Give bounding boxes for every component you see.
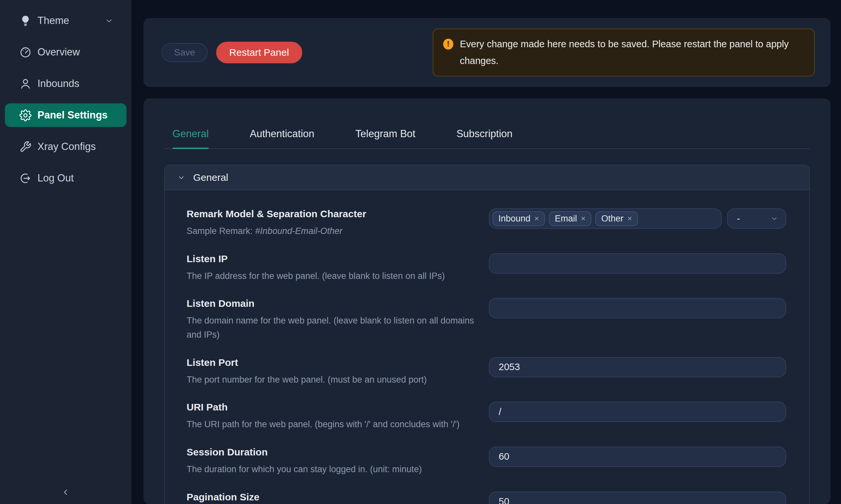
field-control: Inbound×Email×Other×- (489, 209, 786, 229)
tag-other: Other× (595, 211, 638, 226)
separator-select[interactable]: - (727, 209, 786, 229)
chevron-down-icon (105, 16, 113, 25)
field-info: Pagination Size (187, 491, 489, 503)
chevron-down-icon (770, 215, 778, 222)
logout-icon (19, 172, 32, 184)
sidebar-item-label: Theme (37, 15, 69, 26)
field-description: The port number for the web panel. (must… (187, 373, 479, 387)
gear-icon (19, 109, 32, 121)
field-label: Pagination Size (187, 491, 479, 503)
sidebar-item-label: Log Out (37, 172, 73, 184)
sidebar-item-label: Inbounds (37, 78, 80, 90)
alert-text: Every change made here needs to be saved… (460, 36, 804, 69)
settings-card: GeneralAuthenticationTelegram BotSubscri… (143, 98, 830, 504)
tag-label: Other (601, 214, 623, 224)
sidebar-item-label: Panel Settings (37, 109, 108, 121)
remove-tag-icon[interactable]: × (628, 215, 632, 222)
field-description: The duration for which you can stay logg… (187, 462, 479, 476)
actions-card: Save Restart Panel ! Every change made h… (143, 18, 830, 87)
sidebar-item-label: Overview (37, 46, 80, 58)
sidebar-item-overview[interactable]: Overview (5, 40, 126, 64)
field-info: Listen DomainThe domain name for the web… (187, 298, 489, 342)
sidebar-collapse-button[interactable] (58, 485, 73, 499)
save-button[interactable]: Save (161, 43, 208, 62)
sidebar-item-xray-configs[interactable]: Xray Configs (5, 135, 126, 159)
field-control (489, 491, 786, 504)
listen-domain-input[interactable] (489, 298, 786, 318)
main-content: Save Restart Panel ! Every change made h… (132, 0, 841, 504)
field-description: The URI path for the web panel. (begins … (187, 417, 479, 431)
tag-label: Inbound (498, 214, 531, 224)
sidebar-item-inbounds[interactable]: Inbounds (5, 72, 126, 95)
field-label: URI Path (187, 402, 479, 413)
field-label: Listen Domain (187, 298, 479, 309)
wrench-icon (19, 141, 32, 153)
separator-value: - (737, 213, 740, 224)
form-row-uri-path: URI PathThe URI path for the web panel. … (187, 402, 786, 431)
general-section: General Remark Model & Separation Charac… (164, 165, 810, 504)
form-row-listen-ip: Listen IPThe IP address for the web pane… (187, 253, 786, 283)
bulb-icon (19, 15, 32, 27)
tab-telegram-bot[interactable]: Telegram Bot (356, 128, 416, 148)
session-duration-input[interactable] (489, 447, 786, 467)
remove-tag-icon[interactable]: × (581, 215, 585, 222)
warning-icon: ! (443, 39, 453, 50)
tag-email: Email× (549, 211, 591, 226)
form-row-remark-model-separation-character: Remark Model & Separation CharacterSampl… (187, 209, 786, 238)
remark-model-select[interactable]: Inbound×Email×Other× (489, 209, 722, 229)
settings-tabs: GeneralAuthenticationTelegram BotSubscri… (164, 128, 810, 149)
field-label: Listen Port (187, 357, 479, 368)
restart-warning-alert: ! Every change made here needs to be sav… (433, 29, 815, 76)
field-control (489, 253, 786, 274)
field-info: Session DurationThe duration for which y… (187, 447, 489, 476)
field-description: The IP address for the web panel. (leave… (187, 269, 479, 283)
field-info: Remark Model & Separation CharacterSampl… (187, 209, 489, 238)
field-info: Listen IPThe IP address for the web pane… (187, 253, 489, 283)
tab-authentication[interactable]: Authentication (250, 128, 314, 148)
sidebar: ThemeOverviewInboundsPanel SettingsXray … (0, 0, 132, 504)
dashboard-icon (19, 46, 32, 58)
general-section-header[interactable]: General (165, 165, 809, 190)
form-row-pagination-size: Pagination Size (187, 491, 786, 504)
field-control (489, 298, 786, 318)
field-description: Sample Remark: #Inbound-Email-Other (187, 224, 479, 238)
field-control (489, 402, 786, 422)
restart-panel-button[interactable]: Restart Panel (216, 42, 302, 63)
sidebar-item-log-out[interactable]: Log Out (5, 166, 126, 190)
field-label: Listen IP (187, 253, 479, 265)
form-row-session-duration: Session DurationThe duration for which y… (187, 447, 786, 476)
pagination-size-input[interactable] (489, 491, 786, 504)
field-info: URI PathThe URI path for the web panel. … (187, 402, 489, 431)
field-label: Remark Model & Separation Character (187, 209, 479, 219)
form-row-listen-domain: Listen DomainThe domain name for the web… (187, 298, 786, 342)
section-title: General (193, 172, 228, 183)
sidebar-menu: ThemeOverviewInboundsPanel SettingsXray … (0, 9, 132, 190)
listen-port-input[interactable] (489, 357, 786, 377)
chevron-left-icon (61, 488, 70, 497)
tag-inbound: Inbound× (493, 211, 545, 226)
chevron-down-icon (177, 174, 185, 181)
user-icon (19, 78, 32, 90)
field-info: Listen PortThe port number for the web p… (187, 357, 489, 387)
sidebar-item-label: Xray Configs (37, 141, 96, 152)
field-description: The domain name for the web panel. (leav… (187, 314, 479, 342)
uri-path-input[interactable] (489, 402, 786, 422)
field-label: Session Duration (187, 447, 479, 458)
field-control (489, 447, 786, 467)
sidebar-item-panel-settings[interactable]: Panel Settings (5, 103, 126, 127)
general-form: Remark Model & Separation CharacterSampl… (165, 190, 809, 504)
remove-tag-icon[interactable]: × (534, 215, 539, 222)
form-row-listen-port: Listen PortThe port number for the web p… (187, 357, 786, 387)
tab-subscription[interactable]: Subscription (456, 128, 513, 148)
listen-ip-input[interactable] (489, 253, 786, 274)
tab-general[interactable]: General (172, 128, 209, 148)
sidebar-item-theme[interactable]: Theme (5, 9, 126, 33)
field-control (489, 357, 786, 377)
tag-label: Email (555, 214, 577, 224)
